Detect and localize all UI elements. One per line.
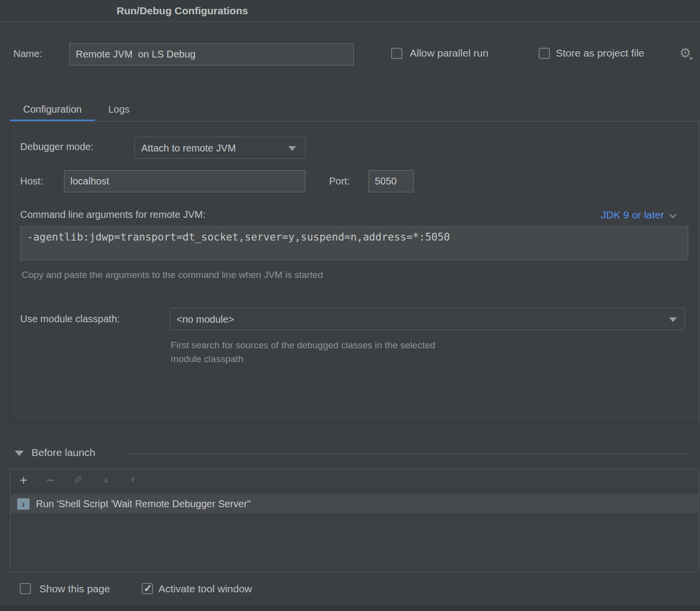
tab-configuration[interactable]: Configuration bbox=[10, 99, 95, 122]
host-input[interactable] bbox=[64, 170, 305, 192]
remove-task-button[interactable]: − bbox=[43, 469, 58, 491]
debugger-mode-dropdown[interactable]: Attach to remote JVM bbox=[134, 137, 305, 159]
run-debug-configurations-dialog: Run/Debug Configurations Name: Allow par… bbox=[0, 0, 700, 611]
move-task-down-button[interactable]: ▼ bbox=[125, 469, 140, 491]
cmdline-args-field[interactable]: -agentlib:jdwp=transport=dt_socket,serve… bbox=[20, 226, 688, 260]
name-label: Name: bbox=[13, 48, 42, 60]
before-launch-toolbar: + − ✎ ▲ ▼ bbox=[10, 469, 699, 491]
add-task-button[interactable]: + bbox=[16, 469, 31, 491]
debugger-mode-label: Debugger mode: bbox=[20, 141, 93, 153]
chevron-down-icon bbox=[670, 211, 676, 218]
store-as-project-file-checkbox[interactable] bbox=[539, 48, 550, 59]
jdk-version-selector[interactable]: JDK 9 or later bbox=[601, 209, 674, 221]
move-task-up-button[interactable]: ▲ bbox=[99, 469, 114, 491]
dialog-titlebar: Run/Debug Configurations bbox=[0, 0, 700, 22]
run-shell-script-icon: › bbox=[17, 498, 30, 510]
module-classpath-dropdown[interactable]: <no module> bbox=[170, 308, 685, 330]
module-classpath-hint: First search for sources of the debugged… bbox=[171, 338, 435, 366]
dialog-title: Run/Debug Configurations bbox=[117, 0, 248, 22]
module-classpath-label: Use module classpath: bbox=[20, 313, 120, 325]
cmdline-args-label: Command line arguments for remote JVM: bbox=[20, 209, 206, 220]
host-label: Host: bbox=[20, 176, 43, 187]
before-launch-collapse-icon[interactable] bbox=[15, 451, 24, 456]
before-launch-task-row[interactable]: › Run 'Shell Script 'Wait Remote Debugge… bbox=[10, 494, 699, 513]
tab-logs[interactable]: Logs bbox=[95, 99, 143, 122]
checkmark-icon: ✓ bbox=[144, 582, 152, 594]
activate-tool-window-label[interactable]: Activate tool window bbox=[158, 583, 252, 595]
debugger-mode-value: Attach to remote JVM bbox=[141, 142, 236, 153]
show-this-page-label[interactable]: Show this page bbox=[39, 583, 110, 595]
before-launch-divider bbox=[124, 454, 689, 454]
name-input[interactable] bbox=[69, 43, 354, 65]
activate-tool-window-checkbox[interactable]: ✓ bbox=[142, 583, 153, 594]
port-label: Port: bbox=[329, 176, 350, 187]
before-launch-title: Before launch bbox=[31, 447, 95, 458]
configuration-panel: Debugger mode: Attach to remote JVM Host… bbox=[10, 121, 699, 423]
chevron-down-icon bbox=[669, 317, 677, 322]
task-label: Run 'Shell Script 'Wait Remote Debugger … bbox=[36, 498, 251, 510]
tab-bar: Configuration Logs bbox=[10, 99, 143, 122]
cmdline-args-hint: Copy and paste the arguments to the comm… bbox=[22, 270, 323, 280]
before-launch-panel: + − ✎ ▲ ▼ › Run 'Shell Script 'Wait Remo… bbox=[10, 468, 699, 573]
module-classpath-value: <no module> bbox=[177, 313, 234, 325]
gear-dropdown-arrow-icon bbox=[689, 58, 693, 60]
allow-parallel-run-checkbox[interactable] bbox=[391, 48, 402, 59]
store-as-project-file-label[interactable]: Store as project file bbox=[556, 47, 644, 59]
gear-icon[interactable]: ⚙ bbox=[679, 45, 691, 61]
port-input[interactable] bbox=[368, 170, 414, 192]
chevron-down-icon bbox=[288, 146, 296, 151]
show-this-page-checkbox[interactable] bbox=[20, 583, 31, 594]
allow-parallel-run-label[interactable]: Allow parallel run bbox=[410, 47, 488, 59]
dialog-bottom-edge bbox=[0, 606, 700, 611]
jdk-version-value: JDK 9 or later bbox=[601, 209, 664, 220]
edit-task-button[interactable]: ✎ bbox=[70, 469, 85, 491]
